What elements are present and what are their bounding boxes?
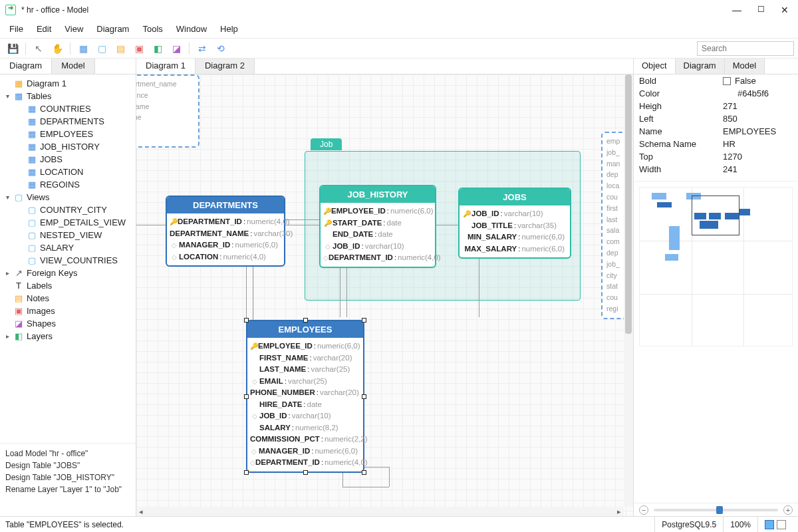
history-entry[interactable]: Load Model "hr - office" [5, 448, 130, 460]
menu-tools[interactable]: Tools [137, 21, 168, 37]
entity-departments[interactable]: DEPARTMENTS 🔑DEPARTMENT_ID:numeric(4,0) … [166, 196, 285, 267]
menu-window[interactable]: Window [171, 21, 212, 37]
new-note-icon[interactable]: ▤ [112, 41, 129, 57]
pointer-tool-icon[interactable]: ↖ [30, 41, 47, 57]
tree-table[interactable]: ▦JOBS [0, 153, 136, 166]
tab-diagram[interactable]: Diagram [676, 59, 725, 74]
horizontal-scrollbar[interactable]: ◂ ▸ [136, 507, 624, 516]
tree-view[interactable]: ▢EMP_DETAILS_VIEW [0, 216, 136, 229]
relationship-line[interactable] [436, 225, 458, 225]
history-entry[interactable]: Design Table "JOB_HISTORY" [5, 471, 130, 483]
tree-group-images[interactable]: ▣Images [0, 305, 136, 317]
property-row[interactable]: NameEMPLOYEES [634, 125, 798, 138]
tab-diagram-1[interactable]: Diagram 1 [136, 59, 196, 74]
relationship-line[interactable] [253, 261, 253, 327]
new-image-icon[interactable]: ▣ [130, 41, 148, 57]
relationship-line[interactable] [342, 487, 389, 487]
expand-icon[interactable]: ▸ [4, 332, 11, 340]
tree-view[interactable]: ▢VIEW_COUNTRIES [0, 254, 136, 267]
tree-table[interactable]: ▦DEPARTMENTS [0, 115, 136, 128]
property-row[interactable]: Schema NameHR [634, 138, 798, 150]
auto-layout-icon[interactable]: ⇄ [194, 41, 211, 57]
relationship-line[interactable] [389, 467, 390, 487]
tree-diagram-root[interactable]: ▦ Diagram 1 [0, 77, 136, 90]
close-button[interactable]: ✕ [781, 5, 789, 15]
property-row[interactable]: Width241 [634, 163, 798, 176]
relationship-line[interactable] [479, 249, 479, 317]
relationship-line[interactable] [136, 225, 166, 225]
minimap-canvas[interactable] [639, 187, 793, 346]
entity-job-history[interactable]: JOB_HISTORY 🔑EMPLOYEE_ID:numeric(6,0) 🔑S… [319, 185, 436, 268]
separator [189, 43, 190, 55]
tree-table[interactable]: ▦COUNTRIES [0, 102, 136, 115]
menu-help[interactable]: Help [215, 21, 243, 37]
tree-group-views[interactable]: ▾ ▢ Views [0, 191, 136, 203]
tree-table[interactable]: ▦REGOINS [0, 178, 136, 191]
tab-model[interactable]: Model [725, 59, 765, 74]
history-entry[interactable]: Design Table "JOBS" [5, 460, 130, 471]
menu-view[interactable]: View [59, 21, 88, 37]
property-row[interactable]: Left850 [634, 112, 798, 125]
property-row[interactable]: Heigh271 [634, 100, 798, 112]
new-layer-icon[interactable]: ◪ [168, 41, 185, 57]
menu-diagram[interactable]: Diagram [91, 21, 134, 37]
pan-tool-icon[interactable]: ✋ [49, 41, 66, 57]
property-row[interactable]: Top1270 [634, 150, 798, 163]
tree-view[interactable]: ▢COUNTRY_CITY [0, 203, 136, 216]
tree-group-labels[interactable]: TLabels [0, 279, 136, 292]
entity-jobs[interactable]: JOBS 🔑JOB_ID:varchar(10) JOB_TITLE:varch… [458, 188, 571, 259]
new-table-icon[interactable]: ▦ [74, 41, 92, 57]
minimap[interactable] [634, 181, 798, 503]
scroll-left-icon[interactable]: ◂ [136, 507, 146, 516]
tab-diagram-2[interactable]: Diagram 2 [196, 59, 255, 74]
vertical-scrollbar[interactable] [624, 74, 633, 507]
overview-left-icon[interactable] [765, 520, 774, 529]
offscreen-entity-left[interactable]: artment_name vince name me [136, 74, 200, 148]
minimap-viewport[interactable] [692, 196, 739, 235]
expand-icon[interactable]: ▾ [4, 194, 11, 201]
scrollbar-thumb[interactable] [625, 74, 632, 334]
new-shape-icon[interactable]: ◧ [149, 41, 166, 57]
minimize-button[interactable]: — [732, 5, 741, 15]
relationship-line[interactable] [340, 261, 340, 317]
checkbox-icon[interactable] [723, 77, 731, 85]
tab-model[interactable]: Model [52, 59, 94, 74]
tree-view[interactable]: ▢SALARY [0, 241, 136, 254]
menu-edit[interactable]: Edit [31, 21, 57, 37]
refresh-model-icon[interactable]: ⟲ [212, 41, 229, 57]
tree-group-foreign-keys[interactable]: ▸↗Foreign Keys [0, 267, 136, 279]
tab-diagram[interactable]: Diagram [0, 59, 52, 74]
overview-right-icon[interactable] [777, 520, 786, 529]
tree-group-tables[interactable]: ▾ ▦ Tables [0, 90, 136, 102]
tree-group-notes[interactable]: ▤Notes [0, 292, 136, 305]
note-icon: ▤ [13, 293, 24, 303]
tree-table[interactable]: ▦EMPLOYEES [0, 128, 136, 140]
entity-employees[interactable]: EMPLOYEES 🔑EMPLOYEE_ID:numeric(6,0) FIRS… [246, 320, 364, 473]
history-entry[interactable]: Rename Layer "Layer 1" to "Job" [5, 483, 130, 495]
zoom-out-icon[interactable]: − [639, 505, 648, 515]
color-swatch[interactable] [723, 90, 733, 98]
tab-object[interactable]: Object [634, 59, 676, 74]
zoom-in-icon[interactable]: + [783, 505, 793, 515]
zoom-slider[interactable] [654, 509, 778, 511]
object-tree[interactable]: ▦ Diagram 1 ▾ ▦ Tables ▦COUNTRIES ▦DEPAR… [0, 74, 136, 443]
search-box[interactable]: ⌕ [697, 41, 794, 56]
expand-icon[interactable]: ▸ [4, 269, 11, 277]
tree-table[interactable]: ▦JOB_HISTORY [0, 140, 136, 153]
property-row[interactable]: Bold False [634, 74, 798, 87]
property-row[interactable]: Color #64b5f6 [634, 87, 798, 100]
tree-table[interactable]: ▦LOCATION [0, 166, 136, 178]
diagram-canvas[interactable]: artment_name vince name me Job [136, 74, 633, 516]
maximize-button[interactable]: ☐ [757, 5, 765, 15]
tree-group-shapes[interactable]: ◪Shapes [0, 317, 136, 330]
expand-icon[interactable]: ▾ [4, 92, 11, 100]
new-view-icon[interactable]: ▢ [93, 41, 110, 57]
tree-view[interactable]: ▢NESTED_VIEW [0, 229, 136, 241]
relationship-line[interactable] [246, 261, 247, 327]
menu-file[interactable]: File [4, 21, 29, 37]
search-input[interactable] [702, 44, 798, 53]
tree-group-layers[interactable]: ▸◧Layers [0, 330, 136, 342]
relationship-line[interactable] [346, 261, 347, 317]
save-icon[interactable]: 💾 [4, 41, 21, 57]
scroll-right-icon[interactable]: ▸ [614, 507, 624, 516]
